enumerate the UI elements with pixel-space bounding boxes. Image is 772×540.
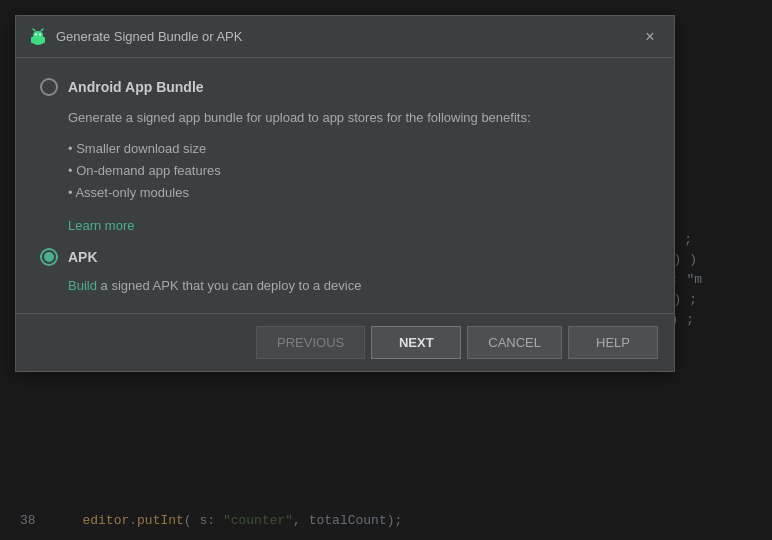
apk-option-row[interactable]: APK <box>40 248 650 266</box>
generate-signed-dialog: Generate Signed Bundle or APK × Android … <box>15 15 675 372</box>
benefit-item-2: On-demand app features <box>68 160 650 182</box>
android-bundle-radio[interactable] <box>40 78 58 96</box>
apk-label: APK <box>68 249 98 265</box>
android-bundle-option-row[interactable]: Android App Bundle <box>40 78 650 96</box>
help-button[interactable]: HELP <box>568 326 658 359</box>
svg-line-5 <box>33 29 35 31</box>
dialog-overlay: Generate Signed Bundle or APK × Android … <box>0 0 772 540</box>
svg-line-6 <box>41 29 43 31</box>
svg-point-2 <box>33 31 43 39</box>
apk-desc-middle: a signed APK that you can deploy to a de… <box>97 278 362 293</box>
dialog-title-left: Generate Signed Bundle or APK <box>28 27 242 47</box>
android-bundle-description: Generate a signed app bundle for upload … <box>68 108 650 234</box>
apk-radio-inner <box>44 252 54 262</box>
close-button[interactable]: × <box>638 25 662 49</box>
svg-point-4 <box>39 33 41 35</box>
dialog-buttons: PREVIOUS NEXT CANCEL HELP <box>16 314 674 371</box>
android-bundle-label: Android App Bundle <box>68 79 204 95</box>
next-button[interactable]: NEXT <box>371 326 461 359</box>
learn-more-link[interactable]: Learn more <box>68 218 134 233</box>
dialog-titlebar: Generate Signed Bundle or APK × <box>16 16 674 58</box>
apk-desc-prefix: Build <box>68 278 97 293</box>
previous-button[interactable]: PREVIOUS <box>256 326 365 359</box>
cancel-button[interactable]: CANCEL <box>467 326 562 359</box>
bundle-benefits-list: Smaller download size On-demand app feat… <box>68 138 650 204</box>
android-icon <box>28 27 48 47</box>
dialog-title-text: Generate Signed Bundle or APK <box>56 29 242 44</box>
apk-radio[interactable] <box>40 248 58 266</box>
svg-point-3 <box>35 33 37 35</box>
dialog-content: Android App Bundle Generate a signed app… <box>16 58 674 313</box>
benefit-item-1: Smaller download size <box>68 138 650 160</box>
benefit-item-3: Asset-only modules <box>68 182 650 204</box>
apk-description: Build a signed APK that you can deploy t… <box>68 278 650 293</box>
bundle-description-text: Generate a signed app bundle for upload … <box>68 108 650 128</box>
